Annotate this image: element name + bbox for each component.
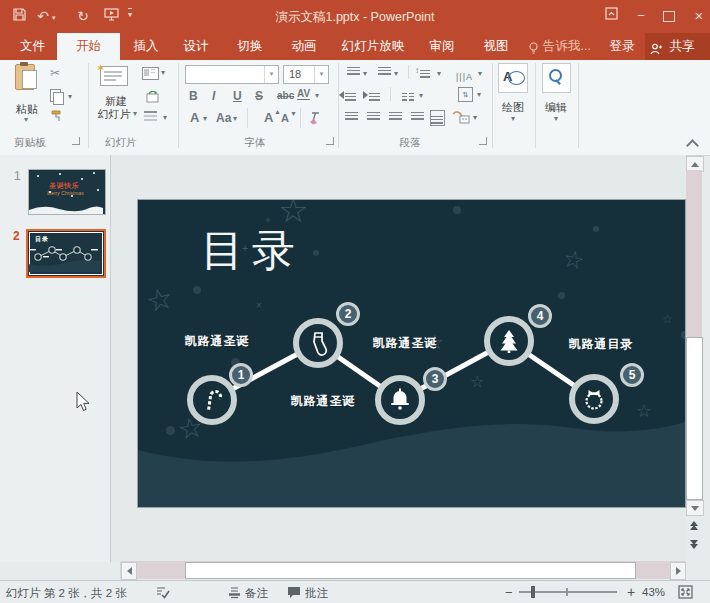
- font-dialog-launcher-icon[interactable]: [326, 137, 334, 145]
- italic-button[interactable]: I: [212, 89, 215, 103]
- align-right-icon[interactable]: [389, 112, 402, 122]
- font-name-dropdown-icon[interactable]: ▾: [264, 66, 278, 83]
- strikethrough-button[interactable]: S: [255, 89, 263, 103]
- font-color-button[interactable]: A: [190, 110, 199, 125]
- tab-slideshow[interactable]: 幻灯片放映: [334, 33, 412, 60]
- shrink-font-button[interactable]: A: [281, 112, 289, 124]
- clear-formatting-icon[interactable]: [308, 111, 322, 129]
- scroll-down-button[interactable]: [686, 500, 704, 516]
- align-text-dropdown-icon[interactable]: ▾: [477, 92, 481, 98]
- tab-insert[interactable]: 插入: [122, 33, 170, 60]
- scroll-left-button[interactable]: [121, 562, 137, 580]
- bold-button[interactable]: B: [189, 89, 198, 103]
- section-icon[interactable]: [144, 111, 157, 113]
- format-painter-icon[interactable]: [50, 109, 63, 127]
- tab-signin[interactable]: 登录: [600, 33, 644, 60]
- toc-label-1[interactable]: 凯路通圣诞: [171, 333, 263, 350]
- layout-icon[interactable]: [142, 67, 159, 80]
- char-spacing-dropdown-icon[interactable]: ▾: [315, 93, 319, 99]
- editing-button[interactable]: 编辑 ▾: [542, 63, 572, 126]
- toc-label-4[interactable]: 凯路通目录: [555, 336, 647, 353]
- text-direction-dropdown-icon[interactable]: ▾: [478, 71, 482, 77]
- copy-icon[interactable]: [50, 89, 61, 102]
- ribbon-display-options-icon[interactable]: [598, 6, 624, 26]
- section-dropdown-icon[interactable]: ▾: [163, 115, 167, 121]
- cut-icon[interactable]: ✂: [50, 66, 60, 80]
- slide-canvas[interactable]: ☆ ☆ ☆ ☆ ☆ ☆ ☆ ☆ ☆ + + + × × 目录: [137, 199, 686, 508]
- change-case-button[interactable]: Aa: [216, 111, 231, 125]
- toc-circle-4[interactable]: [484, 316, 534, 366]
- tab-transitions[interactable]: 切换: [226, 33, 274, 60]
- tab-review[interactable]: 审阅: [418, 33, 466, 60]
- line-spacing-dropdown-icon[interactable]: ▾: [437, 71, 441, 77]
- text-direction-icon[interactable]: |||A: [456, 66, 473, 84]
- tab-tellme[interactable]: 告诉我...: [538, 33, 596, 60]
- tab-share[interactable]: 共享: [661, 33, 703, 60]
- char-spacing-button[interactable]: AV: [297, 88, 310, 100]
- numbering-icon[interactable]: [378, 67, 391, 77]
- align-center-icon[interactable]: [367, 112, 380, 122]
- paragraph-dialog-launcher-icon[interactable]: [479, 137, 487, 145]
- increase-indent-icon[interactable]: [369, 89, 380, 107]
- collapse-ribbon-icon[interactable]: [686, 139, 699, 152]
- close-button[interactable]: ×: [686, 6, 710, 26]
- underline-button[interactable]: U: [233, 89, 242, 103]
- new-slide-button[interactable]: ✶ 新建 幻灯片 ▾: [94, 64, 138, 128]
- reset-slide-icon[interactable]: [145, 90, 159, 108]
- smartart-convert-icon[interactable]: [452, 110, 470, 128]
- zoom-slider-thumb[interactable]: [531, 586, 535, 598]
- layout-dropdown-icon[interactable]: ▾: [161, 70, 165, 76]
- comments-icon[interactable]: [287, 586, 301, 601]
- slide-title[interactable]: 目录: [201, 222, 303, 280]
- notes-icon[interactable]: [228, 586, 241, 601]
- text-shadow-button[interactable]: abc: [277, 90, 294, 101]
- toc-circle-1[interactable]: [187, 375, 237, 425]
- previous-slide-button[interactable]: [686, 518, 702, 533]
- font-size-combo[interactable]: 18 ▾: [283, 65, 329, 84]
- zoom-level[interactable]: 43%: [642, 586, 665, 598]
- toc-circle-2[interactable]: [293, 318, 343, 368]
- toc-circle-3[interactable]: [375, 375, 425, 425]
- comments-button[interactable]: 批注: [305, 586, 328, 601]
- line-spacing-icon[interactable]: ↕: [420, 66, 430, 84]
- font-name-combo[interactable]: ▾: [185, 65, 279, 84]
- vertical-scroll-thumb[interactable]: [686, 337, 703, 500]
- slide-indicator[interactable]: 幻灯片 第 2 张，共 2 张: [6, 586, 127, 601]
- grow-font-button[interactable]: A: [264, 110, 273, 125]
- columns-icon[interactable]: [402, 89, 414, 107]
- next-slide-button[interactable]: [686, 537, 702, 552]
- distribute-icon[interactable]: [430, 112, 443, 130]
- slide-thumbnail-2-selected[interactable]: 目录: [26, 229, 106, 278]
- tab-home[interactable]: 开始: [57, 33, 120, 60]
- zoom-in-button[interactable]: +: [627, 584, 635, 600]
- zoom-out-button[interactable]: −: [505, 585, 513, 600]
- toc-label-3[interactable]: 凯路通圣诞: [359, 335, 451, 352]
- numbering-dropdown-icon[interactable]: ▾: [394, 71, 398, 77]
- clipboard-dialog-launcher-icon[interactable]: [72, 137, 80, 145]
- bullets-dropdown-icon[interactable]: ▾: [363, 71, 367, 77]
- toc-circle-5[interactable]: [569, 374, 619, 424]
- minimize-button[interactable]: −: [628, 6, 654, 26]
- change-case-dropdown-icon[interactable]: ▾: [233, 116, 237, 122]
- drawing-button[interactable]: A 绘图 ▾: [498, 63, 528, 126]
- copy-dropdown-icon[interactable]: ▾: [68, 94, 72, 100]
- horizontal-scroll-thumb[interactable]: [185, 562, 636, 579]
- font-color-dropdown-icon[interactable]: ▾: [203, 116, 207, 122]
- slide-thumbnail-1[interactable]: 圣诞快乐 Merry Christmas: [28, 169, 106, 215]
- font-size-dropdown-icon[interactable]: ▾: [314, 66, 328, 83]
- paste-button[interactable]: 粘贴 ▾: [12, 64, 42, 126]
- bullets-icon[interactable]: [347, 67, 360, 77]
- tab-design[interactable]: 设计: [172, 33, 220, 60]
- align-left-icon[interactable]: [345, 112, 358, 122]
- smartart-dropdown-icon[interactable]: ▾: [473, 115, 477, 121]
- tab-file[interactable]: 文件: [10, 33, 55, 60]
- columns-dropdown-icon[interactable]: ▾: [419, 93, 423, 99]
- tab-animations[interactable]: 动画: [280, 33, 328, 60]
- fit-to-window-icon[interactable]: [678, 585, 693, 601]
- justify-icon[interactable]: [411, 112, 424, 122]
- notes-button[interactable]: 备注: [245, 586, 268, 601]
- spellcheck-icon[interactable]: [156, 586, 170, 601]
- maximize-button[interactable]: [656, 6, 682, 26]
- tab-view[interactable]: 视图: [472, 33, 520, 60]
- align-text-icon[interactable]: ⇅: [458, 87, 473, 102]
